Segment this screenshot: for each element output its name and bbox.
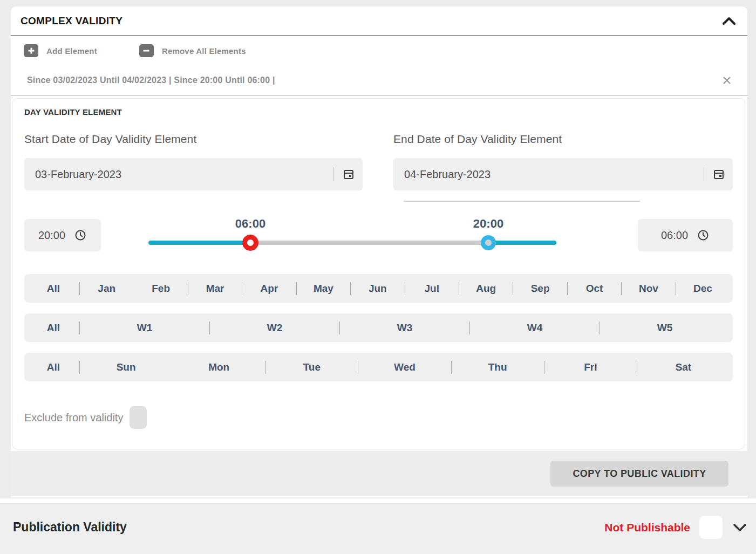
- bar-item-sep[interactable]: Sep: [513, 283, 567, 295]
- slider-end-label: 20:00: [473, 217, 503, 231]
- time-range-slider[interactable]: 06:00 20:00: [148, 219, 556, 252]
- bar-item-sun[interactable]: Sun: [80, 361, 172, 373]
- add-element-button[interactable]: Add Element: [24, 44, 97, 57]
- bar-item-nov[interactable]: Nov: [622, 283, 675, 295]
- panel-title: COMPLEX VALIDITY: [21, 15, 122, 27]
- publication-validity-section[interactable]: Publication Validity Not Publishable: [0, 503, 756, 554]
- end-date-value: 04-February-2023: [404, 168, 704, 181]
- date-fields: Start Date of Day Validity Element 03-Fe…: [24, 133, 733, 202]
- bar-item-jan[interactable]: Jan: [80, 283, 133, 295]
- start-time-input[interactable]: 20:00: [24, 219, 101, 251]
- action-band: COPY TO PUBLIC VALIDITY: [11, 451, 747, 496]
- validity-element-row[interactable]: Since 03/02/2023 Until 04/02/2023 | Sinc…: [11, 65, 747, 95]
- minus-icon: [139, 44, 154, 57]
- start-date-label: Start Date of Day Validity Element: [24, 133, 363, 146]
- slider-start-label: 06:00: [235, 217, 265, 231]
- bar-item-apr[interactable]: Apr: [242, 283, 296, 295]
- close-icon[interactable]: [721, 75, 732, 86]
- time-range-row: 20:00 06:00 20:00 06:0: [24, 219, 733, 252]
- clock-icon[interactable]: [697, 229, 710, 242]
- bar-item-all[interactable]: All: [28, 361, 79, 373]
- bar-item-wed[interactable]: Wed: [358, 361, 451, 373]
- bar-item-w4[interactable]: W4: [470, 322, 600, 334]
- slider-track-active-left[interactable]: [148, 241, 250, 245]
- slider-end-handle[interactable]: [481, 235, 496, 250]
- slider-track-active-right[interactable]: [488, 241, 556, 245]
- bar-item-jul[interactable]: Jul: [405, 283, 459, 295]
- calendar-icon[interactable]: [712, 168, 725, 181]
- bar-item-w3[interactable]: W3: [340, 322, 469, 334]
- publishable-checkbox[interactable]: [699, 516, 723, 539]
- end-date-underline: [404, 201, 640, 202]
- start-date-input[interactable]: 03-February-2023: [24, 158, 363, 190]
- chevron-up-icon[interactable]: [721, 16, 737, 26]
- end-time-input[interactable]: 06:00: [638, 219, 733, 251]
- exclude-label: Exclude from validity: [24, 412, 123, 424]
- add-element-label: Add Element: [46, 46, 97, 56]
- publication-controls: Not Publishable: [604, 516, 749, 539]
- start-date-value: 03-February-2023: [35, 168, 333, 181]
- chevron-down-icon[interactable]: [732, 522, 749, 533]
- copy-to-public-validity-button[interactable]: COPY TO PUBLIC VALIDITY: [550, 461, 728, 487]
- bar-item-aug[interactable]: Aug: [459, 283, 513, 295]
- end-time-value: 06:00: [661, 229, 688, 242]
- bar-item-w1[interactable]: W1: [80, 322, 209, 334]
- bar-item-dec[interactable]: Dec: [676, 283, 730, 295]
- bar-item-oct[interactable]: Oct: [568, 283, 621, 295]
- bar-item-all[interactable]: All: [28, 322, 79, 334]
- exclude-checkbox[interactable]: [130, 406, 147, 429]
- bar-item-mar[interactable]: Mar: [188, 283, 242, 295]
- calendar-icon[interactable]: [342, 168, 355, 181]
- slider-track-inactive[interactable]: [250, 241, 488, 245]
- end-date-input[interactable]: 04-February-2023: [393, 158, 733, 190]
- exclude-row: Exclude from validity: [24, 406, 733, 429]
- end-date-column: End Date of Day Validity Element 04-Febr…: [393, 133, 733, 202]
- section-title: DAY VALIDITY ELEMENT: [24, 107, 733, 117]
- month-selector-bar: AllJanFebMarAprMayJunJulAugSepOctNovDec: [24, 274, 733, 303]
- bar-item-fri[interactable]: Fri: [544, 361, 637, 373]
- bar-item-mon[interactable]: Mon: [173, 361, 265, 373]
- start-date-column: Start Date of Day Validity Element 03-Fe…: [24, 133, 363, 202]
- end-date-label: End Date of Day Validity Element: [393, 133, 733, 146]
- plus-icon: [24, 44, 38, 57]
- panel-header: COMPLEX VALIDITY: [11, 6, 747, 35]
- start-time-value: 20:00: [38, 229, 65, 242]
- bar-item-may[interactable]: May: [297, 283, 350, 295]
- validity-element-summary: Since 03/02/2023 Until 04/02/2023 | Sinc…: [27, 76, 275, 85]
- remove-all-elements-button[interactable]: Remove All Elements: [139, 44, 246, 57]
- toolbar: Add Element Remove All Elements: [11, 36, 747, 65]
- weekday-selector-bar: AllSunMonTueWedThuFriSat: [24, 353, 733, 381]
- slider-start-handle[interactable]: [242, 235, 258, 251]
- bar-item-all[interactable]: All: [28, 283, 79, 295]
- bar-item-thu[interactable]: Thu: [452, 361, 544, 373]
- clock-icon[interactable]: [74, 229, 87, 242]
- input-separator: [333, 167, 334, 181]
- bar-item-w5[interactable]: W5: [600, 322, 730, 334]
- complex-validity-panel: COMPLEX VALIDITY Add Element: [11, 6, 747, 497]
- publication-validity-title: Publication Validity: [13, 520, 127, 535]
- not-publishable-status: Not Publishable: [604, 521, 690, 534]
- bar-item-sat[interactable]: Sat: [637, 361, 730, 373]
- bar-item-jun[interactable]: Jun: [351, 283, 404, 295]
- week-selector-bar: AllW1W2W3W4W5: [24, 313, 733, 342]
- remove-all-elements-label: Remove All Elements: [162, 46, 246, 56]
- bar-item-feb[interactable]: Feb: [134, 283, 187, 295]
- day-validity-card: DAY VALIDITY ELEMENT Start Date of Day V…: [12, 98, 745, 449]
- bar-item-w2[interactable]: W2: [210, 322, 339, 334]
- summary-divider: [11, 95, 747, 96]
- input-separator: [704, 167, 704, 181]
- bar-item-tue[interactable]: Tue: [265, 361, 358, 373]
